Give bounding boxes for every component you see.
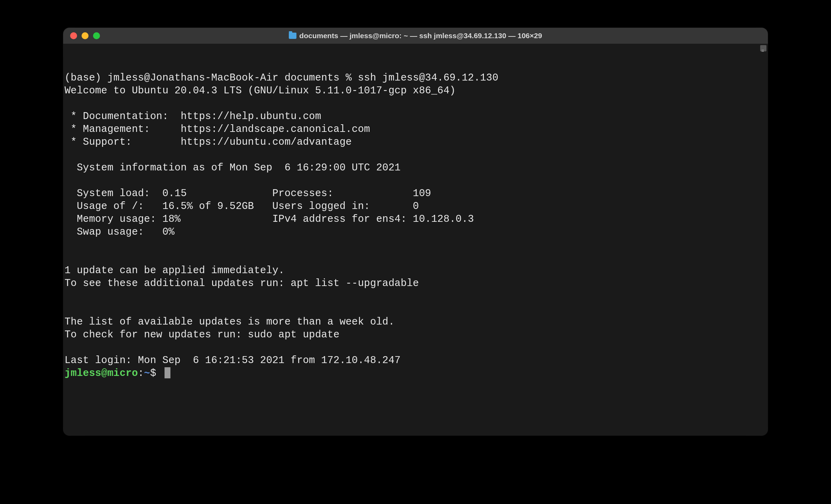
folder-icon: [289, 33, 296, 39]
scroll-indicator-icon[interactable]: [760, 45, 766, 51]
traffic-lights: [70, 32, 100, 39]
sysinfo-row-4: Swap usage: 0%: [65, 226, 175, 238]
prompt-userhost: jmless@micro: [65, 367, 138, 380]
stale-updates-1: The list of available updates is more th…: [65, 316, 395, 328]
updates-line-1: 1 update can be applied immediately.: [65, 265, 285, 276]
maximize-button[interactable]: [93, 32, 100, 39]
remote-prompt[interactable]: jmless@micro:~$: [65, 367, 766, 380]
ssh-command: ssh jmless@34.69.12.130: [358, 72, 498, 84]
sysinfo-row-2: Usage of /: 16.5% of 9.52GB Users logged…: [65, 201, 419, 212]
motd-mgmt-link: * Management: https://landscape.canonica…: [65, 124, 370, 135]
terminal-window: documents — jmless@micro: ~ — ssh jmless…: [63, 28, 768, 436]
minimize-button[interactable]: [82, 32, 89, 39]
close-button[interactable]: [70, 32, 77, 39]
prompt-dollar: $: [150, 367, 162, 380]
updates-line-2: To see these additional updates run: apt…: [65, 278, 419, 289]
sysinfo-row-3: Memory usage: 18% IPv4 address for ens4:…: [65, 213, 474, 225]
sysinfo-header: System information as of Mon Sep 6 16:29…: [65, 162, 401, 174]
titlebar[interactable]: documents — jmless@micro: ~ — ssh jmless…: [63, 28, 768, 44]
last-login: Last login: Mon Sep 6 16:21:53 2021 from…: [65, 355, 401, 366]
local-prompt: (base) jmless@Jonathans-MacBook-Air docu…: [65, 72, 358, 84]
prompt-colon: :: [138, 367, 144, 380]
window-title-wrap: documents — jmless@micro: ~ — ssh jmless…: [63, 32, 768, 40]
stale-updates-2: To check for new updates run: sudo apt u…: [65, 329, 339, 341]
cursor-icon: [165, 367, 170, 378]
terminal-viewport[interactable]: (base) jmless@Jonathans-MacBook-Air docu…: [63, 44, 768, 436]
motd-welcome: Welcome to Ubuntu 20.04.3 LTS (GNU/Linux…: [65, 85, 456, 96]
window-title: documents — jmless@micro: ~ — ssh jmless…: [299, 32, 542, 40]
motd-doc-link: * Documentation: https://help.ubuntu.com: [65, 111, 321, 122]
sysinfo-row-1: System load: 0.15 Processes: 109: [65, 188, 431, 199]
prompt-path: ~: [144, 367, 150, 380]
motd-support-link: * Support: https://ubuntu.com/advantage: [65, 136, 352, 148]
